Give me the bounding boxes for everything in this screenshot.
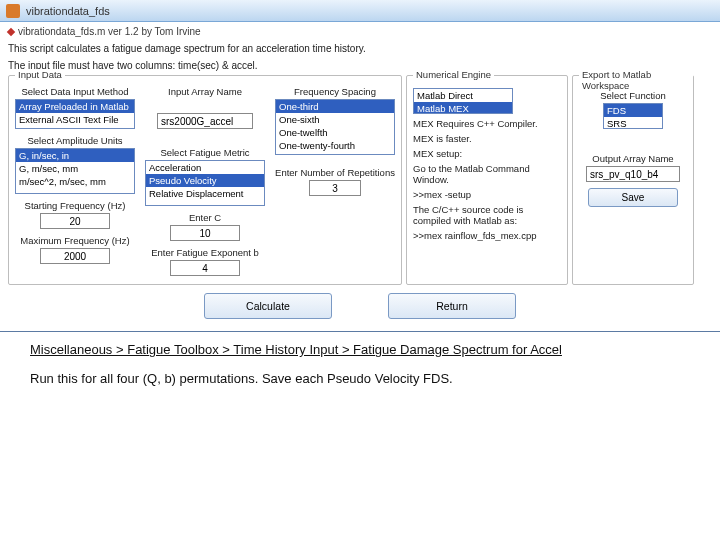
method-opt-1[interactable]: External ASCII Text File <box>16 113 134 126</box>
max-freq-label: Maximum Frequency (Hz) <box>15 235 135 246</box>
window-titlebar: vibrationdata_fds <box>0 0 720 22</box>
amp-opt-2[interactable]: m/sec^2, m/sec, mm <box>16 175 134 188</box>
engine-opt-1[interactable]: Matlab MEX <box>414 102 512 114</box>
rep-input[interactable] <box>309 180 361 196</box>
export-panel-label: Export to Matlab Workspace <box>579 69 693 91</box>
metric-opt-0[interactable]: Acceleration <box>146 161 264 174</box>
version-line: vibrationdata_fds.m ver 1.2 by Tom Irvin… <box>8 26 712 37</box>
func-opt-1[interactable]: SRS <box>604 117 662 129</box>
array-name-label: Input Array Name <box>145 86 265 97</box>
input-data-panel: Input Data Select Data Input Method Arra… <box>8 75 402 285</box>
spacing-opt-0[interactable]: One-third <box>276 100 394 113</box>
panels-row: Input Data Select Data Input Method Arra… <box>8 75 712 285</box>
out-label: Output Array Name <box>579 153 687 164</box>
numeric-line-7: >>mex rainflow_fds_mex.cpp <box>413 230 561 241</box>
engine-opt-0[interactable]: Matlab Direct <box>414 89 512 102</box>
rep-label: Enter Number of Repetitions <box>275 167 395 178</box>
numeric-line-1: MEX Requires C++ Compiler. <box>413 118 561 129</box>
return-button[interactable]: Return <box>388 293 516 319</box>
func-listbox[interactable]: FDS SRS <box>603 103 663 129</box>
c-label: Enter C <box>145 212 265 223</box>
array-name-input[interactable] <box>157 113 253 129</box>
numeric-line-5: >>mex -setup <box>413 189 561 200</box>
amp-label: Select Amplitude Units <box>15 135 135 146</box>
numeric-line-2: MEX is faster. <box>413 133 561 144</box>
window-title: vibrationdata_fds <box>26 5 110 17</box>
exp-input[interactable] <box>170 260 240 276</box>
spacing-opt-1[interactable]: One-sixth <box>276 113 394 126</box>
input-data-panel-label: Input Data <box>15 69 65 80</box>
c-input[interactable] <box>170 225 240 241</box>
method-listbox[interactable]: Array Preloaded in Matlab External ASCII… <box>15 99 135 129</box>
input-col-3: Frequency Spacing One-third One-sixth On… <box>275 80 395 276</box>
engine-listbox[interactable]: Matlab Direct Matlab MEX <box>413 88 513 114</box>
export-panel: Export to Matlab Workspace Select Functi… <box>572 75 694 285</box>
caption-instruction: Run this for all four (Q, b) permutation… <box>30 371 700 386</box>
method-label: Select Data Input Method <box>15 86 135 97</box>
calculate-button[interactable]: Calculate <box>204 293 332 319</box>
start-freq-label: Starting Frequency (Hz) <box>15 200 135 211</box>
out-array-input[interactable] <box>586 166 680 182</box>
content-area: vibrationdata_fds.m ver 1.2 by Tom Irvin… <box>0 22 720 325</box>
version-text: vibrationdata_fds.m ver 1.2 by Tom Irvin… <box>18 26 201 37</box>
input-col-2: Input Array Name Select Fatigue Metric A… <box>145 80 265 276</box>
method-opt-0[interactable]: Array Preloaded in Matlab <box>16 100 134 113</box>
amp-opt-1[interactable]: G, m/sec, mm <box>16 162 134 175</box>
func-label: Select Function <box>579 90 687 101</box>
button-row: Calculate Return <box>8 293 712 319</box>
amp-opt-0[interactable]: G, in/sec, in <box>16 149 134 162</box>
max-freq-input[interactable] <box>40 248 110 264</box>
caption-breadcrumb: Miscellaneous > Fatigue Toolbox > Time H… <box>30 342 562 357</box>
numeric-line-4: Go to the Matlab Command Window. <box>413 163 561 185</box>
spacing-opt-2[interactable]: One-twelfth <box>276 126 394 139</box>
spacing-opt-3[interactable]: One-twenty-fourth <box>276 139 394 152</box>
exp-label: Enter Fatigue Exponent b <box>145 247 265 258</box>
spacing-label: Frequency Spacing <box>275 86 395 97</box>
description-1: This script calculates a fatigue damage … <box>8 43 712 54</box>
metric-opt-1[interactable]: Pseudo Velocity <box>146 174 264 187</box>
numeric-line-3: MEX setup: <box>413 148 561 159</box>
metric-listbox[interactable]: Acceleration Pseudo Velocity Relative Di… <box>145 160 265 206</box>
func-opt-0[interactable]: FDS <box>604 104 662 117</box>
numeric-notes: MEX Requires C++ Compiler. MEX is faster… <box>413 118 561 241</box>
amp-listbox[interactable]: G, in/sec, in G, m/sec, mm m/sec^2, m/se… <box>15 148 135 194</box>
metric-opt-2[interactable]: Relative Displacement <box>146 187 264 200</box>
metric-label: Select Fatigue Metric <box>145 147 265 158</box>
input-col-1: Select Data Input Method Array Preloaded… <box>15 80 135 276</box>
numeric-line-6: The C/C++ source code is compiled with M… <box>413 204 561 226</box>
spacing-listbox[interactable]: One-third One-sixth One-twelfth One-twen… <box>275 99 395 155</box>
caption-block: Miscellaneous > Fatigue Toolbox > Time H… <box>0 332 720 390</box>
save-button[interactable]: Save <box>588 188 678 207</box>
script-header: vibrationdata_fds.m ver 1.2 by Tom Irvin… <box>8 26 712 71</box>
numerical-engine-panel: Numerical Engine Matlab Direct Matlab ME… <box>406 75 568 285</box>
bullet-icon <box>7 27 15 35</box>
app-icon <box>6 4 20 18</box>
start-freq-input[interactable] <box>40 213 110 229</box>
numeric-panel-label: Numerical Engine <box>413 69 494 80</box>
